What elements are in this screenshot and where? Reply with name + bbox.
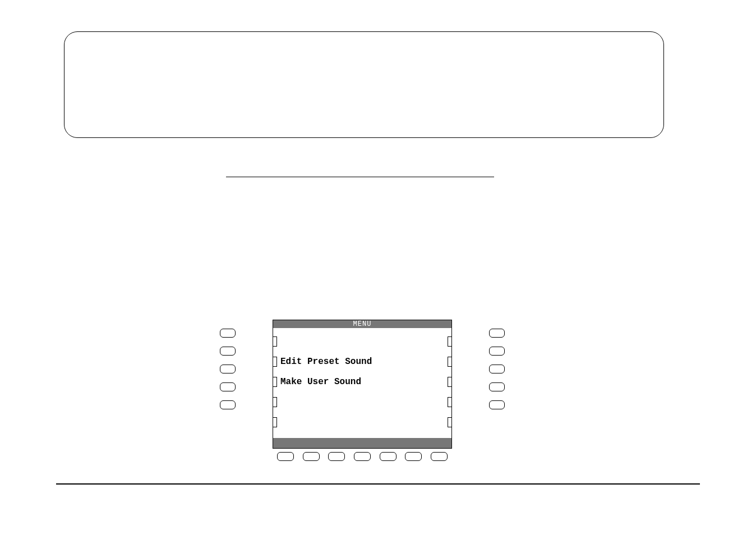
device-mockup: MENU Edit Preset Sound Make User S [245,320,480,449]
lcd-wrap: MENU Edit Preset Sound Make User S [245,320,480,449]
row-handle-right [448,397,452,407]
bottom-buttons [261,452,463,461]
row-handle-right [448,417,452,427]
lcd-screen: MENU Edit Preset Sound Make User S [273,320,452,449]
right-button-4[interactable] [489,382,505,391]
row-handle-right [448,357,452,367]
row-handle-left [273,357,277,367]
row-handle-right [448,377,452,387]
left-button-2[interactable] [220,347,236,356]
row-handle-left [273,336,277,347]
left-button-5[interactable] [220,400,236,409]
lcd-body: Edit Preset Sound Make User Sound [273,328,451,438]
bottom-button-1[interactable] [277,452,294,461]
lcd-row-label: Make User Sound [277,377,448,387]
page: MENU Edit Preset Sound Make User S [0,0,756,535]
bottom-button-7[interactable] [431,452,448,461]
left-side-buttons [220,329,236,409]
left-button-3[interactable] [220,365,236,373]
bottom-button-2[interactable] [303,452,320,461]
bottom-button-5[interactable] [380,452,397,461]
lcd-row-2[interactable]: Edit Preset Sound [273,356,451,367]
lcd-row-4 [273,396,451,408]
row-handle-right [448,336,452,347]
right-button-3[interactable] [489,365,505,373]
callout-box [64,31,664,138]
page-bottom-rule [56,483,700,485]
left-button-1[interactable] [220,329,236,338]
lcd-row-label: Edit Preset Sound [277,357,448,367]
bottom-button-4[interactable] [354,452,371,461]
left-button-4[interactable] [220,382,236,391]
right-button-1[interactable] [489,329,505,338]
lcd-row-3[interactable]: Make User Sound [273,376,451,388]
row-handle-left [273,377,277,387]
row-handle-left [273,417,277,427]
bottom-button-6[interactable] [405,452,422,461]
lcd-footerbar [273,438,451,448]
right-side-buttons [489,329,505,409]
row-handle-left [273,397,277,407]
lcd-row-1 [273,336,451,347]
right-button-2[interactable] [489,347,505,356]
section-underline [226,177,494,177]
lcd-titlebar: MENU [273,320,451,328]
right-button-5[interactable] [489,400,505,409]
lcd-row-5 [273,417,451,428]
bottom-button-3[interactable] [328,452,345,461]
